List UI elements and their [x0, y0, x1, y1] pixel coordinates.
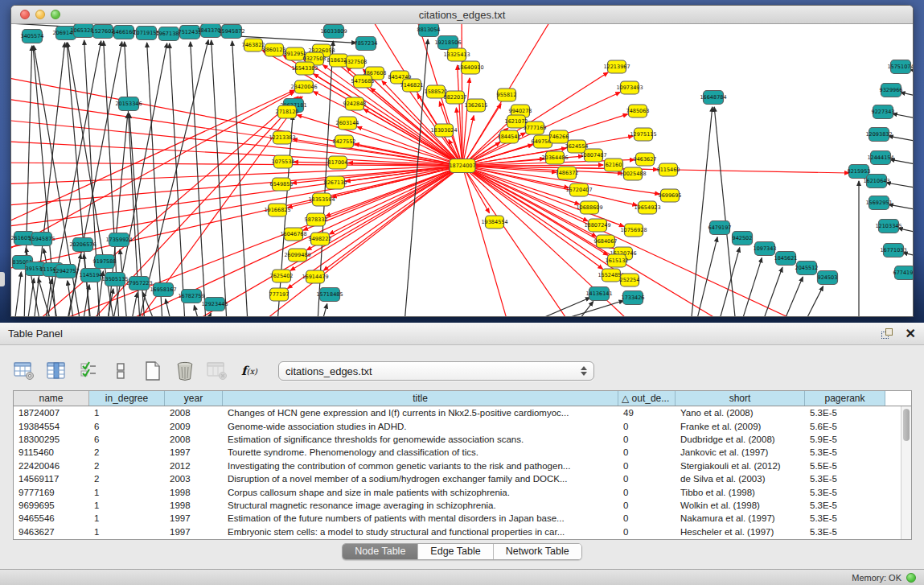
table-row[interactable]: 946362711997Embryonic stem cells: a mode…: [14, 525, 901, 538]
table-row[interactable]: 977716911998Corpus callosum shape and si…: [14, 485, 901, 498]
graph-edge: [24, 46, 32, 317]
table-row[interactable]: 946554611997Estimation of the future num…: [14, 512, 901, 525]
graph-node-label: 1733426: [622, 295, 645, 301]
table-cell: Corpus callosum shape and size in male p…: [223, 488, 618, 497]
graph-edge: [35, 166, 462, 317]
column-header-short[interactable]: short: [676, 391, 805, 406]
table-row[interactable]: 1456911722003Disruption of a novel membe…: [14, 472, 901, 485]
table-cell: 5.9E-5: [805, 435, 885, 444]
table-cell: 2003: [165, 474, 223, 484]
graph-node-label: 1621072: [505, 118, 528, 125]
zoom-window-button[interactable]: [51, 10, 60, 19]
table-cell: 6: [89, 422, 165, 431]
column-header-year[interactable]: year: [165, 391, 223, 406]
graph-node-label: 6549855: [270, 181, 294, 187]
graph-node-label: 20364486: [541, 154, 568, 161]
table-mode-icon[interactable]: [109, 360, 132, 381]
table-cell: 2: [89, 447, 165, 457]
column-header-pagerank[interactable]: pagerank: [805, 391, 885, 406]
table-cell: 2012: [165, 461, 223, 471]
graph-node-label: 5878332: [305, 216, 328, 223]
graph-node-label: 7485063: [626, 108, 650, 114]
network-table-select[interactable]: citations_edges.txt: [278, 361, 594, 381]
graph-node-label: 2045512: [795, 265, 819, 271]
scrollbar-thumb[interactable]: [903, 409, 910, 441]
table-cell: 0: [618, 501, 676, 510]
table-row[interactable]: 2242004622012Investigating the contribut…: [14, 459, 901, 472]
control-panel-grip[interactable]: [0, 272, 5, 286]
graph-node-label: 16771033: [880, 247, 906, 253]
select-columns-icon[interactable]: [77, 360, 100, 381]
new-table-icon[interactable]: [142, 360, 164, 381]
graph-node-label: 62160: [606, 162, 622, 168]
table-panel-header: Table Panel ✕: [0, 323, 924, 345]
tab-edge-table[interactable]: Edge Table: [418, 544, 493, 559]
show-columns-icon[interactable]: [45, 360, 68, 381]
graph-node-label: 777197: [269, 291, 290, 298]
column-header-out_de[interactable]: △ out_de...: [618, 391, 676, 406]
column-header-in_degree[interactable]: in_degree: [89, 391, 165, 406]
network-graph-canvas[interactable]: 3405574206914061065328715276026466160107…: [11, 24, 913, 317]
table-cell: 18300295: [14, 435, 89, 444]
close-icon[interactable]: ✕: [906, 328, 916, 340]
table-cell: 1: [89, 527, 165, 537]
column-header-name[interactable]: name: [14, 391, 89, 406]
graph-edge: [14, 272, 21, 317]
graph-node-label: 13325413: [443, 51, 470, 58]
table-cell: 2: [89, 461, 165, 471]
table-row[interactable]: 911546021997Tourette syndrome. Phenomeno…: [14, 446, 901, 459]
table-row[interactable]: 969969511998Structural magnetic resonanc…: [14, 499, 901, 512]
graph-node-label: 9327508: [344, 59, 368, 65]
table-cell: Structural magnetic resonance image aver…: [223, 501, 618, 510]
graph-node-label: 19384554: [481, 219, 507, 225]
graph-edge: [782, 277, 803, 317]
minimize-window-button[interactable]: [35, 10, 45, 19]
graph-node-label: 9327503: [303, 56, 326, 62]
graph-node-label: 10807487: [580, 152, 606, 159]
delete-column-icon: [206, 360, 228, 381]
graph-node-label: 12975115: [630, 131, 656, 138]
graph-node-label: 18724007: [449, 163, 475, 169]
table-scrollbar[interactable]: [901, 406, 911, 539]
table-cell: 5.3E-5: [805, 488, 885, 497]
close-window-button[interactable]: [20, 10, 30, 19]
graph-node-label: 16914479: [302, 274, 328, 280]
table-type-tabs: Node TableEdge TableNetwork Table: [342, 543, 581, 560]
graph-node-label: 8427552: [333, 138, 356, 145]
graph-edge: [131, 293, 138, 317]
graph-node-label: 2603144: [336, 120, 359, 126]
table-cell: 0: [618, 422, 676, 431]
function-builder-icon[interactable]: f(x): [238, 360, 261, 381]
node-table: namein_degreeyeartitle△ out_de...shortpa…: [13, 390, 912, 540]
table-cell: 9115460: [14, 447, 89, 457]
table-row[interactable]: 1938455462009Genome-wide association stu…: [14, 419, 901, 432]
table-cell: Genome-wide association studies in ADHD.: [223, 422, 618, 431]
column-header-title[interactable]: title: [223, 391, 618, 406]
graph-node-label: 8860123: [263, 47, 286, 53]
tab-network-table[interactable]: Network Table: [494, 544, 581, 559]
window-title: citations_edges.txt: [419, 9, 506, 21]
tab-node-table[interactable]: Node Table: [343, 544, 418, 559]
graph-node-label: 20153346: [115, 101, 142, 107]
table-cell: Embryonic stem cells: a model to study s…: [223, 527, 618, 537]
network-view-window[interactable]: citations_edges.txt 34055742069140610653…: [10, 5, 914, 317]
graph-edge: [293, 139, 462, 166]
graph-edge: [803, 286, 823, 317]
delete-table-icon[interactable]: [174, 360, 196, 381]
desktop-pane: citations_edges.txt 34055742069140610653…: [0, 0, 924, 323]
graph-node-label: 23420046: [290, 84, 317, 90]
graph-node-label: 10756928: [620, 227, 647, 233]
memory-status-indicator: [906, 573, 916, 583]
graph-node-label: 16046768: [280, 231, 306, 237]
table-row[interactable]: 1830029562008Estimation of significance …: [14, 433, 901, 446]
graph-node-label: 1615132: [606, 257, 629, 264]
graph-node-label: 16782759: [178, 293, 204, 299]
float-icon[interactable]: [881, 328, 894, 340]
table-row[interactable]: 1872400712008Changes of HCN gene express…: [14, 406, 901, 419]
table-cell: Changes of HCN gene expression and I(f) …: [223, 408, 618, 418]
window-titlebar[interactable]: citations_edges.txt: [11, 6, 913, 24]
graph-edge: [903, 253, 913, 260]
graph-node-label: 8267130: [324, 179, 347, 186]
graph-node-label: 9329966: [880, 87, 903, 93]
table-settings-icon[interactable]: [13, 360, 35, 381]
